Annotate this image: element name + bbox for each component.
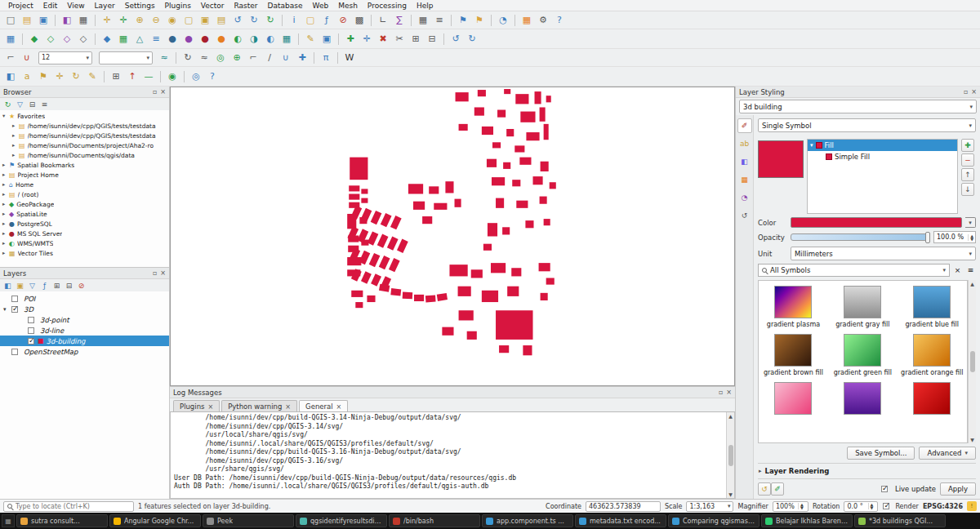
browser-item[interactable]: ▸ ◐ WMS/WMTS (0, 238, 169, 248)
render-checkbox[interactable] (883, 503, 889, 509)
style-history-button[interactable]: ↺ (758, 482, 771, 496)
north-arrow-icon[interactable]: ↑ (125, 69, 140, 84)
zoom-out-icon[interactable]: ⊖ (149, 13, 163, 28)
layer-rendering-section[interactable]: ▸ Layer Rendering (758, 463, 976, 478)
clear-filter-icon[interactable]: × (952, 265, 963, 276)
menu-item[interactable]: Project (3, 1, 38, 11)
filter-legend-icon[interactable]: ▽ (27, 280, 38, 291)
add-ring-icon[interactable]: ◎ (213, 51, 228, 65)
move-symbol-down-button[interactable]: ↓ (961, 183, 974, 196)
zoom-next-icon[interactable]: ↻ (247, 13, 261, 28)
close-panel-icon[interactable]: × (160, 269, 166, 277)
browser-item[interactable]: ▸ ▤ /home/isunni/dev/cpp/QGIS/tests/test… (0, 131, 169, 140)
snapping-tolerance-combo[interactable]: ▾ (99, 51, 153, 64)
add-wfs-icon[interactable]: ◐ (263, 32, 278, 47)
expander-icon[interactable]: ▸ (2, 201, 9, 207)
move-label-icon[interactable]: ✛ (52, 69, 67, 84)
filter-browser-icon[interactable]: ▽ (15, 99, 25, 109)
expander-icon[interactable]: ▸ (2, 220, 9, 227)
remove-layer-icon[interactable]: ⊘ (76, 280, 87, 291)
rotate-feature-icon[interactable]: ↻ (180, 51, 195, 65)
map-canvas[interactable] (170, 87, 735, 386)
scroll-down-icon[interactable]: ▼ (970, 437, 974, 442)
locate-input[interactable] (16, 503, 130, 510)
new-temporary-layer-icon[interactable]: ◇ (76, 32, 91, 47)
menu-item[interactable]: Edit (38, 1, 62, 11)
select-by-expression-icon[interactable]: ƒ (319, 13, 334, 28)
add-oracle-icon[interactable]: ● (214, 32, 229, 47)
save-edits-icon[interactable]: ▣ (319, 32, 334, 47)
expander-icon[interactable]: ▸ (2, 191, 9, 198)
expander-icon[interactable]: ▸ (12, 132, 19, 139)
taskbar-item[interactable]: Peek (203, 514, 294, 527)
change-label-icon[interactable]: ✎ (85, 69, 100, 84)
tracing-icon[interactable]: ≈ (157, 51, 172, 65)
add-group-icon[interactable]: ▣ (15, 280, 25, 291)
layout-manager-icon[interactable]: ▦ (76, 13, 91, 28)
symbology-tab-icon[interactable]: ✐ (737, 118, 752, 133)
log-tab[interactable]: General × (299, 400, 348, 411)
browser-item[interactable]: ▸ ⌂ Home (0, 180, 169, 189)
close-panel-icon[interactable]: × (726, 389, 732, 396)
menu-item[interactable]: Database (263, 1, 308, 11)
pin-labels-icon[interactable]: ⚑ (36, 69, 51, 84)
show-bookmarks-icon[interactable]: ⚑ (472, 13, 487, 28)
rotate-label-icon[interactable]: ↻ (69, 69, 83, 84)
layer-item[interactable]: POI (0, 293, 169, 304)
new-spatialite-icon[interactable]: ◇ (60, 32, 74, 47)
live-update-checkbox[interactable] (881, 486, 888, 492)
add-vector-layer-icon[interactable]: ◆ (100, 32, 114, 47)
close-tab-icon[interactable]: × (207, 403, 213, 411)
statistics-icon[interactable]: ∑ (392, 13, 407, 28)
cut-features-icon[interactable]: ✂ (392, 32, 407, 47)
mask-tab-icon[interactable]: ◧ (737, 154, 752, 169)
new-bookmark-icon[interactable]: ⚑ (456, 13, 470, 28)
snapping-mode-combo[interactable]: 12▾ (38, 51, 92, 64)
annotation-icon[interactable]: ⌐ (3, 51, 18, 65)
symbol-layer-simple-fill-row[interactable]: Simple Fill (808, 151, 957, 162)
scale-combo[interactable]: 1:3,163▾ (686, 501, 733, 512)
add-spatialite-icon[interactable]: ● (181, 32, 196, 47)
expander-icon[interactable]: ▸ (12, 122, 19, 129)
scale-bar-icon[interactable]: — (141, 69, 156, 84)
style-manager-icon[interactable]: ◧ (60, 13, 74, 28)
pan-map-icon[interactable]: ✛ (100, 13, 114, 28)
taskbar-item[interactable]: metadata.txt encod... (575, 514, 666, 527)
browser-item[interactable]: ▸ ◆ GeoPackage (0, 199, 169, 209)
menu-item[interactable]: Layer (90, 1, 120, 11)
expander-icon[interactable]: ▸ (2, 171, 9, 178)
expander-icon[interactable]: ▾ (810, 142, 813, 149)
magnifier-spinbox[interactable]: 100%▲▼ (773, 501, 808, 512)
expander-icon[interactable]: ▸ (2, 250, 9, 256)
browser-item[interactable]: ▸ ◆ SpatiaLite (0, 209, 169, 219)
add-mesh-layer-icon[interactable]: △ (132, 32, 147, 47)
menu-item[interactable]: Vector (196, 1, 229, 11)
layer-item[interactable]: ■ 3d-building (0, 336, 169, 346)
taskbar-item[interactable]: *3d buildings QGI... (854, 514, 946, 527)
log-tab[interactable]: Plugins × (173, 400, 220, 411)
pan-to-selection-icon[interactable]: ✛ (116, 13, 131, 28)
symbol-type-combo[interactable]: Single Symbol ▾ (758, 118, 976, 132)
save-symbol-button[interactable]: Save Symbol... (847, 447, 915, 460)
browser-item[interactable]: ▸ ▤ / (root) (0, 189, 169, 199)
styling-layer-combo[interactable]: 3d building ▾ (739, 100, 977, 113)
new-project-icon[interactable]: □ (3, 13, 18, 28)
browser-item[interactable]: ▸ ⚑ Spatial Bookmarks (0, 160, 169, 170)
opacity-slider[interactable] (791, 233, 930, 241)
help-icon[interactable]: ? (552, 13, 567, 28)
add-feature-icon[interactable]: ✚ (343, 32, 358, 47)
browser-item[interactable]: ▸ ▤ /home/isunni/Documents/project/Aha2-… (0, 140, 169, 150)
expander-icon[interactable]: ▸ (2, 240, 9, 247)
menu-item[interactable]: Help (412, 1, 439, 11)
zoom-native-icon[interactable]: ◉ (165, 13, 180, 28)
browser-item[interactable]: ▸ ▦ Vector Tiles (0, 248, 169, 258)
history-tab-icon[interactable]: ↺ (737, 208, 752, 223)
taskbar-item[interactable]: Comparing qgismast... (668, 514, 760, 527)
coordinate-value[interactable]: 463623.573839 (586, 501, 661, 512)
symbol-preset[interactable] (759, 382, 828, 425)
add-part-icon[interactable]: ⊕ (229, 51, 244, 65)
add-wms-icon[interactable]: ◐ (230, 32, 245, 47)
log-scrollbar[interactable]: ▲ ▼ (726, 412, 734, 498)
zoom-last-icon[interactable]: ↺ (230, 13, 245, 28)
expander-icon[interactable]: ▸ (2, 230, 9, 237)
